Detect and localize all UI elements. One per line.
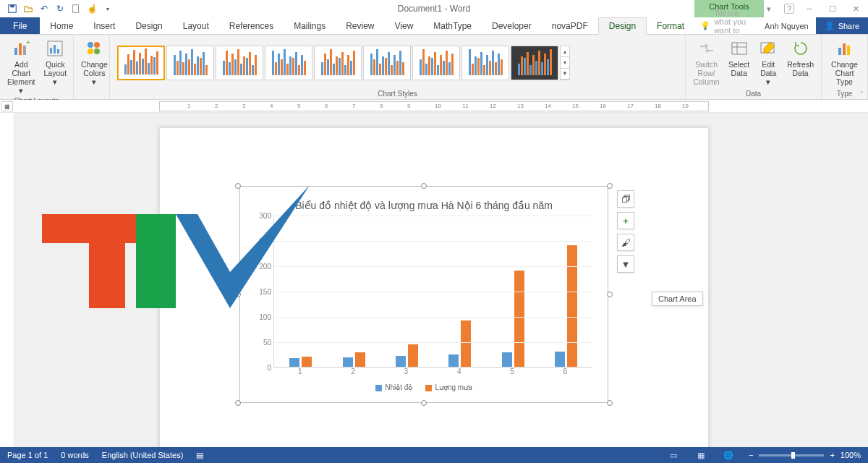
zoom-control[interactable]: − + 100% bbox=[749, 451, 861, 459]
tab-novapdf[interactable]: novaPDF bbox=[542, 17, 598, 34]
tab-insert[interactable]: Insert bbox=[83, 17, 125, 34]
account-name[interactable]: Anh Nguyen bbox=[757, 17, 816, 34]
maximize-icon[interactable]: ☐ bbox=[825, 4, 841, 14]
vertical-ruler[interactable] bbox=[0, 113, 14, 453]
tab-mathtype[interactable]: MathType bbox=[423, 17, 482, 34]
zoom-percent[interactable]: 100% bbox=[841, 451, 861, 459]
tab-file[interactable]: File bbox=[0, 17, 40, 34]
chart-bar[interactable] bbox=[448, 354, 459, 368]
zoom-slider[interactable] bbox=[759, 454, 824, 456]
refresh-data-button[interactable]: Refresh Data bbox=[784, 37, 817, 79]
zoom-out-icon[interactable]: − bbox=[749, 451, 753, 459]
tab-home[interactable]: Home bbox=[40, 17, 83, 34]
chart-bar[interactable] bbox=[302, 357, 312, 367]
quick-layout-button[interactable]: Quick Layout ▾ bbox=[41, 37, 70, 88]
chart-bar[interactable] bbox=[355, 352, 365, 367]
selection-handle[interactable] bbox=[235, 183, 241, 189]
selection-handle[interactable] bbox=[607, 183, 613, 189]
chart-style-thumb[interactable] bbox=[216, 46, 263, 80]
collapse-ribbon-icon[interactable]: ˄ bbox=[860, 90, 864, 98]
chart-title[interactable]: Biểu đồ nhiệt độ và lượng mưa Hà Nội 6 t… bbox=[250, 197, 597, 216]
selection-handle[interactable] bbox=[235, 400, 241, 406]
chart-plot-area[interactable]: 050100150200250300 bbox=[273, 216, 592, 368]
selection-handle[interactable] bbox=[607, 400, 613, 406]
chart-bar[interactable] bbox=[555, 352, 565, 367]
add-chart-element-button[interactable]: + Add Chart Element ▾ bbox=[4, 37, 38, 96]
close-icon[interactable]: ✕ bbox=[848, 4, 864, 14]
macro-icon[interactable]: ▤ bbox=[196, 451, 203, 460]
read-mode-icon[interactable]: ▭ bbox=[666, 449, 681, 461]
ruler-corner[interactable]: ▦ bbox=[1, 101, 13, 111]
chart-object[interactable]: Biểu đồ nhiệt độ và lượng mưa Hà Nội 6 t… bbox=[239, 186, 608, 403]
chart-style-thumb[interactable] bbox=[265, 46, 312, 80]
chart-bar[interactable] bbox=[408, 344, 418, 368]
chart-elements-button[interactable]: + bbox=[617, 212, 634, 229]
zoom-in-icon[interactable]: + bbox=[830, 451, 834, 459]
chart-styles-button[interactable]: 🖌 bbox=[617, 234, 634, 251]
chart-filters-button[interactable]: ▼ bbox=[617, 255, 634, 273]
open-icon[interactable] bbox=[23, 4, 33, 14]
switch-row-column-button[interactable]: Switch Row/ Column bbox=[690, 37, 723, 88]
data-group-label: Data bbox=[690, 89, 817, 98]
select-data-button[interactable]: Select Data bbox=[726, 37, 752, 79]
ribbon-options-icon[interactable]: ▾ bbox=[761, 4, 777, 14]
chart-legend[interactable]: Nhiệt độ Lượng mưa bbox=[250, 379, 597, 391]
page[interactable]: Biểu đồ nhiệt độ và lượng mưa Hà Nội 6 t… bbox=[159, 127, 709, 460]
word-count[interactable]: 0 words bbox=[61, 451, 89, 459]
tab-references[interactable]: References bbox=[219, 17, 284, 34]
tab-view[interactable]: View bbox=[385, 17, 424, 34]
page-indicator[interactable]: Page 1 of 1 bbox=[7, 451, 48, 459]
tab-mailings[interactable]: Mailings bbox=[284, 17, 336, 34]
layout-options-button[interactable]: 🗇 bbox=[617, 190, 634, 208]
new-doc-icon[interactable] bbox=[71, 4, 81, 14]
tab-design[interactable]: Design bbox=[125, 17, 172, 34]
undo-icon[interactable]: ↶ bbox=[39, 4, 49, 14]
chart-style-thumb[interactable] bbox=[117, 46, 165, 80]
help-icon[interactable]: ? bbox=[784, 4, 794, 14]
legend-label-2: Lượng mưa bbox=[435, 383, 472, 391]
tab-chart-format[interactable]: Format bbox=[647, 17, 694, 34]
chart-bar[interactable] bbox=[461, 320, 471, 367]
chart-styles-gallery[interactable]: ▴▾▼ bbox=[114, 37, 681, 89]
language-indicator[interactable]: English (United States) bbox=[102, 451, 184, 459]
chart-style-thumb[interactable] bbox=[314, 46, 362, 80]
web-layout-icon[interactable]: 🌐 bbox=[721, 449, 736, 461]
save-icon[interactable] bbox=[7, 4, 17, 14]
edit-data-button[interactable]: Edit Data ▾ bbox=[755, 37, 781, 88]
touch-mode-icon[interactable]: ☝ bbox=[87, 4, 97, 14]
minimize-icon[interactable]: ─ bbox=[801, 4, 817, 14]
bulb-icon: 💡 bbox=[700, 21, 710, 30]
chart-style-thumb[interactable] bbox=[461, 46, 509, 80]
chart-bar[interactable] bbox=[343, 357, 353, 367]
tab-layout[interactable]: Layout bbox=[173, 17, 219, 34]
chart-style-thumb[interactable] bbox=[511, 46, 558, 80]
tab-developer[interactable]: Developer bbox=[482, 17, 542, 34]
gallery-more-button[interactable]: ▴▾▼ bbox=[560, 46, 570, 80]
selection-handle[interactable] bbox=[421, 183, 427, 189]
qat-more-icon[interactable]: ▾ bbox=[103, 4, 113, 14]
selection-handle[interactable] bbox=[235, 292, 241, 297]
redo-icon[interactable]: ↻ bbox=[55, 4, 65, 14]
ruler-scale[interactable]: 12345678910111213141516171819 bbox=[159, 101, 709, 111]
change-chart-type-button[interactable]: Change Chart Type bbox=[826, 37, 863, 88]
share-label: Share bbox=[838, 22, 859, 30]
chart-bar[interactable] bbox=[396, 356, 406, 367]
refresh-data-label: Refresh Data bbox=[787, 60, 814, 77]
print-layout-icon[interactable]: ▦ bbox=[694, 449, 708, 461]
chart-bar[interactable] bbox=[289, 358, 299, 367]
chart-bar[interactable] bbox=[514, 271, 524, 367]
chart-style-thumb[interactable] bbox=[363, 46, 411, 80]
chart-style-thumb[interactable] bbox=[166, 46, 214, 80]
chart-bar[interactable] bbox=[567, 245, 577, 367]
tell-me-search[interactable]: 💡Tell me what you want to do... bbox=[694, 17, 757, 34]
tab-chart-design[interactable]: Design bbox=[598, 17, 647, 35]
chart-bar[interactable] bbox=[502, 352, 512, 367]
chart-x-axis[interactable]: 123456 bbox=[273, 368, 592, 379]
chart-style-thumb[interactable] bbox=[412, 46, 460, 80]
selection-handle[interactable] bbox=[421, 400, 427, 406]
selection-handle[interactable] bbox=[607, 292, 613, 297]
legend-swatch-2 bbox=[425, 385, 432, 391]
change-colors-button[interactable]: Change Colors ▾ bbox=[78, 37, 111, 88]
tab-review[interactable]: Review bbox=[336, 17, 384, 34]
share-button[interactable]: 👤Share bbox=[816, 17, 868, 34]
